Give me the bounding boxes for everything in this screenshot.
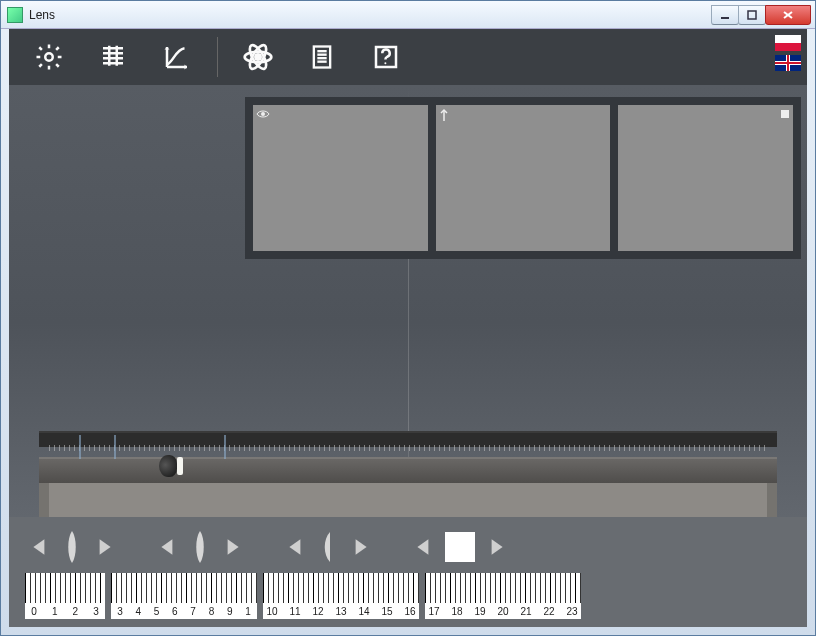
svg-marker-30 <box>356 539 367 554</box>
ruler-label: 17 <box>427 606 441 617</box>
ruler-label: 12 <box>311 606 325 617</box>
move-left-button[interactable] <box>153 532 183 562</box>
move-right-button[interactable] <box>217 532 247 562</box>
bench-rider[interactable] <box>114 435 116 459</box>
ruler-label: 13 <box>334 606 348 617</box>
svg-marker-32 <box>492 539 503 554</box>
up-arrow-icon <box>439 108 449 125</box>
ruler-label: 14 <box>357 606 371 617</box>
ruler-label: 9 <box>223 606 237 617</box>
control-row <box>25 525 791 569</box>
close-button[interactable] <box>765 5 811 25</box>
lens-half-icon[interactable] <box>317 530 339 564</box>
bench-ticks <box>49 445 767 451</box>
ruler[interactable]: 17181920212223 <box>425 573 581 619</box>
svg-marker-26 <box>100 539 111 554</box>
lens-biconvex-icon[interactable] <box>61 530 83 564</box>
control-group-1 <box>25 530 119 564</box>
control-group-3 <box>281 530 375 564</box>
ruler-label: 10 <box>265 606 279 617</box>
ruler-label: 1 <box>48 606 62 617</box>
toolbar <box>9 29 807 85</box>
ruler-label: 15 <box>380 606 394 617</box>
ruler-label: 1 <box>241 606 255 617</box>
svg-point-11 <box>255 54 260 59</box>
move-right-button[interactable] <box>89 532 119 562</box>
ruler[interactable]: 10111213141516 <box>263 573 419 619</box>
flag-uk[interactable] <box>775 55 801 71</box>
eye-icon <box>256 108 270 122</box>
svg-point-21 <box>384 62 386 64</box>
move-right-button[interactable] <box>345 532 375 562</box>
move-left-button[interactable] <box>281 532 311 562</box>
ruler-label: 2 <box>68 606 82 617</box>
ruler-label: 3 <box>113 606 127 617</box>
language-flags <box>775 35 801 71</box>
screen-square-icon[interactable] <box>445 532 475 562</box>
flag-pl[interactable] <box>775 35 801 51</box>
window-buttons <box>712 5 811 25</box>
table-button[interactable] <box>81 29 145 85</box>
ruler-label: 19 <box>473 606 487 617</box>
notes-button[interactable] <box>290 29 354 85</box>
bench-rail <box>39 457 777 483</box>
atom-button[interactable] <box>226 29 290 85</box>
ruler-label: 16 <box>403 606 417 617</box>
minimize-button[interactable] <box>711 5 739 25</box>
view-panel-2[interactable] <box>436 105 611 251</box>
app-icon <box>7 7 23 23</box>
move-right-button[interactable] <box>481 532 511 562</box>
ruler-label: 4 <box>131 606 145 617</box>
app-window: Lens <box>0 0 816 636</box>
maximize-button[interactable] <box>738 5 766 25</box>
ruler-label: 23 <box>565 606 579 617</box>
toolbar-separator <box>217 37 218 77</box>
svg-rect-24 <box>781 110 789 118</box>
control-strip: 0123345678911011121314151617181920212223 <box>9 517 807 627</box>
ruler-label: 7 <box>186 606 200 617</box>
view-panel-3[interactable] <box>618 105 793 251</box>
titlebar: Lens <box>1 1 815 29</box>
move-left-button[interactable] <box>25 532 55 562</box>
move-left-button[interactable] <box>409 532 439 562</box>
help-button[interactable] <box>354 29 418 85</box>
svg-point-4 <box>45 53 53 61</box>
settings-button[interactable] <box>17 29 81 85</box>
svg-marker-31 <box>417 539 428 554</box>
ruler-label: 18 <box>450 606 464 617</box>
window-title: Lens <box>29 8 712 22</box>
ruler-label: 0 <box>27 606 41 617</box>
ruler-label: 20 <box>496 606 510 617</box>
ruler[interactable]: 34567891 <box>111 573 257 619</box>
lamp-bulb <box>159 455 177 477</box>
svg-marker-25 <box>33 539 44 554</box>
bench-base <box>39 483 777 517</box>
svg-point-22 <box>261 112 265 116</box>
ruler-label: 6 <box>168 606 182 617</box>
bench-rider[interactable] <box>79 435 81 459</box>
app-body: 0123345678911011121314151617181920212223 <box>9 29 807 627</box>
square-icon <box>780 108 790 122</box>
svg-marker-27 <box>161 539 172 554</box>
ruler[interactable]: 0123 <box>25 573 105 619</box>
svg-rect-1 <box>748 11 756 19</box>
control-group-2 <box>153 530 247 564</box>
lens-biconvex-icon[interactable] <box>189 530 211 564</box>
svg-marker-29 <box>289 539 300 554</box>
rulers: 0123345678911011121314151617181920212223 <box>25 573 791 621</box>
bench-lamp[interactable] <box>159 453 187 479</box>
control-group-4 <box>409 532 511 562</box>
svg-marker-28 <box>228 539 239 554</box>
view-panels <box>245 97 801 259</box>
bench-rider[interactable] <box>224 435 226 459</box>
ruler-label: 22 <box>542 606 556 617</box>
ruler-label: 3 <box>89 606 103 617</box>
lamp-face <box>177 457 183 475</box>
graph-button[interactable] <box>145 29 209 85</box>
stage[interactable] <box>9 85 807 517</box>
ruler-label: 11 <box>288 606 302 617</box>
view-panel-1[interactable] <box>253 105 428 251</box>
ruler-label: 21 <box>519 606 533 617</box>
ruler-label: 5 <box>150 606 164 617</box>
ruler-label: 8 <box>204 606 218 617</box>
